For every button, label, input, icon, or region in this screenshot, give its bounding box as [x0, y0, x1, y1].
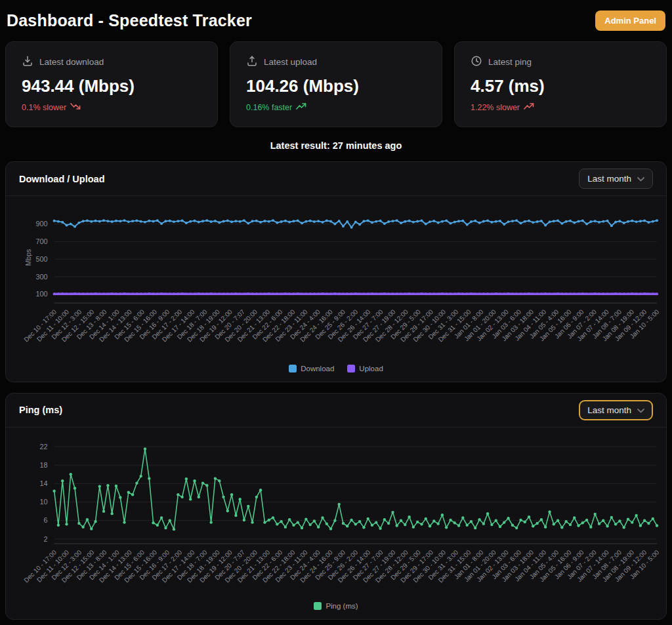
latest-download-card: Latest download 943.44 (Mbps) 0.1% slowe…	[5, 41, 218, 127]
svg-text:300: 300	[35, 273, 47, 281]
svg-text:18: 18	[40, 461, 48, 469]
trend-up-icon	[296, 102, 306, 112]
chart-legend: Ping (ms)	[10, 599, 662, 619]
svg-text:900: 900	[35, 220, 47, 228]
latest-ping-card: Latest ping 4.57 (ms) 1.22% slower	[454, 41, 667, 127]
panel-title-download-upload: Download / Upload	[19, 174, 105, 184]
chevron-down-icon	[637, 405, 644, 415]
download-upload-panel: Download / Upload Last month 10030050070…	[5, 161, 667, 382]
clock-icon	[471, 55, 482, 69]
download-icon	[22, 55, 33, 69]
svg-text:10: 10	[40, 498, 48, 506]
stat-delta: 1.22% slower	[471, 102, 650, 112]
stat-value: 104.26 (Mbps)	[246, 76, 426, 96]
range-selector-ping[interactable]: Last month	[579, 400, 653, 420]
svg-text:700: 700	[35, 237, 47, 245]
svg-text:Mbps: Mbps	[25, 249, 32, 266]
legend-item: Ping (ms)	[314, 602, 358, 610]
trend-down-icon	[70, 102, 81, 112]
stat-label: Latest ping	[488, 57, 532, 67]
svg-text:14: 14	[40, 479, 48, 487]
stat-value: 4.57 (ms)	[471, 76, 650, 96]
admin-panel-button[interactable]: Admin Panel	[595, 10, 665, 31]
topbar: Dashboard - Speedtest Tracker Admin Pane…	[5, 5, 667, 41]
stat-value: 943.44 (Mbps)	[22, 76, 201, 96]
stat-label: Latest download	[39, 57, 104, 67]
chevron-down-icon	[637, 174, 644, 184]
ping-panel: Ping (ms) Last month 2610141822Dec 10 - …	[5, 393, 667, 620]
panel-title-ping: Ping (ms)	[19, 405, 62, 415]
legend-item: Upload	[347, 365, 383, 373]
stat-label: Latest upload	[264, 57, 317, 67]
svg-text:2: 2	[44, 534, 48, 542]
legend-item: Download	[289, 365, 334, 373]
trend-up-icon	[524, 102, 534, 112]
download-upload-chart: 100300500700900MbpsDec 10 - 17:00Dec 11 …	[6, 196, 666, 382]
latest-result-text: Latest result: 27 minutes ago	[5, 140, 667, 151]
svg-text:500: 500	[35, 255, 47, 263]
stat-delta: 0.1% slower	[22, 102, 201, 112]
chart-legend: DownloadUpload	[10, 362, 662, 382]
latest-upload-card: Latest upload 104.26 (Mbps) 0.16% faster	[230, 41, 442, 127]
stats-row: Latest download 943.44 (Mbps) 0.1% slowe…	[5, 41, 667, 127]
svg-text:22: 22	[40, 442, 48, 450]
stat-delta: 0.16% faster	[246, 102, 426, 112]
page-title: Dashboard - Speedtest Tracker	[7, 11, 252, 30]
svg-text:100: 100	[35, 290, 47, 298]
upload-icon	[246, 55, 258, 69]
ping-chart: 2610141822Dec 10 - 17:00Dec 11 - 10:00De…	[6, 428, 666, 619]
range-selector-download-upload[interactable]: Last month	[579, 169, 653, 189]
svg-text:6: 6	[44, 516, 48, 524]
